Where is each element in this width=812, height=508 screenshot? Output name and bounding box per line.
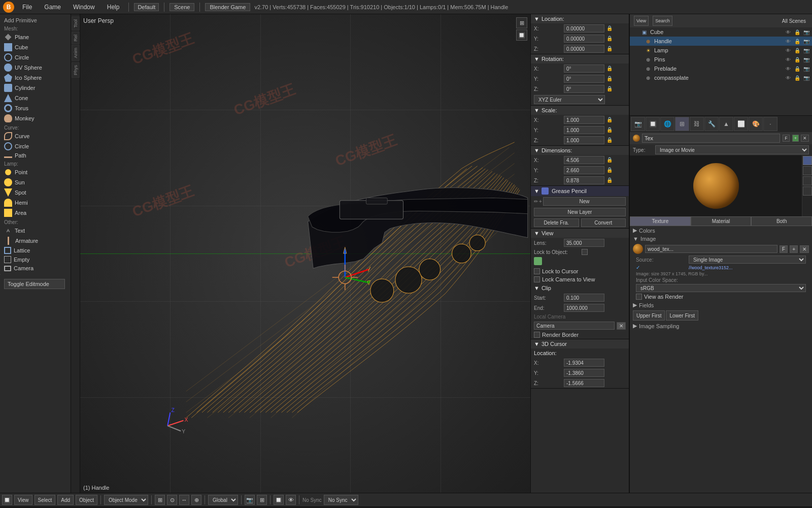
- toggle-editmode-button[interactable]: Toggle Editmode: [4, 279, 65, 289]
- compass-eye[interactable]: 👁: [785, 74, 792, 81]
- mesh-cone[interactable]: Cone: [0, 93, 71, 103]
- view-header[interactable]: ▼ View: [531, 229, 629, 238]
- tex-name-field[interactable]: [645, 245, 777, 253]
- other-empty[interactable]: Empty: [0, 255, 71, 264]
- lamp-render[interactable]: 📷: [803, 47, 810, 54]
- pins-render[interactable]: 📷: [803, 56, 810, 63]
- rotation-header[interactable]: ▼ Rotation:: [531, 54, 629, 64]
- handle-render[interactable]: 📷: [803, 38, 810, 45]
- fields-header[interactable]: ▶ Fields: [630, 301, 812, 309]
- new-button[interactable]: New: [543, 197, 626, 206]
- vp-icon-1[interactable]: ⊞: [516, 17, 527, 28]
- scene-selector[interactable]: Scene: [170, 3, 194, 11]
- engine-selector[interactable]: Blender Game: [205, 3, 250, 11]
- dim-x-input[interactable]: [564, 156, 604, 164]
- sidebar-tab-tool[interactable]: Tool: [72, 17, 80, 30]
- mesh-cube[interactable]: Cube: [0, 42, 71, 52]
- tex-plus-btn[interactable]: +: [790, 245, 798, 253]
- curve-circle[interactable]: Circle: [0, 141, 71, 151]
- pins-lock[interactable]: 🔒: [794, 56, 801, 63]
- rot-x-lock[interactable]: 🔒: [606, 66, 613, 72]
- preview-type-3[interactable]: [803, 176, 812, 185]
- compass-lock[interactable]: 🔒: [794, 74, 801, 81]
- mesh-circle[interactable]: Circle: [0, 52, 71, 62]
- menu-file[interactable]: File: [18, 3, 36, 12]
- preview-type-1[interactable]: [803, 156, 812, 165]
- clip-end-input[interactable]: [564, 304, 604, 312]
- sidebar-tab-animation[interactable]: Anim: [72, 45, 80, 61]
- preblade-render[interactable]: 📷: [803, 65, 810, 72]
- mesh-cylinder[interactable]: Cylinder: [0, 83, 71, 93]
- loc-x-lock[interactable]: 🔒: [606, 25, 613, 31]
- outliner-view-btn[interactable]: View: [634, 16, 649, 26]
- tb-view2-icon[interactable]: 👁: [286, 495, 296, 505]
- color-space-select[interactable]: sRGB: [636, 284, 806, 292]
- rot-z-lock[interactable]: 🔒: [606, 86, 613, 92]
- sidebar-tab-physics[interactable]: Phys: [72, 62, 80, 78]
- outliner-item-cube[interactable]: ▣ Cube 👁 🔒 📷: [630, 27, 812, 37]
- sidebar-tab-relations[interactable]: Rel: [72, 32, 80, 44]
- lamp-eye[interactable]: 👁: [785, 47, 792, 54]
- mesh-plane[interactable]: Plane: [0, 32, 71, 42]
- scale-x-input[interactable]: [564, 116, 604, 124]
- rot-y-input[interactable]: [564, 75, 604, 83]
- colors-header[interactable]: ▶ Colors: [630, 226, 812, 235]
- tb-pivot-icon[interactable]: ⊙: [167, 495, 177, 505]
- prop-tab-material[interactable]: ⬜: [734, 117, 748, 131]
- outliner-item-compassplate[interactable]: ⊕ compassplate 👁 🔒 📷: [630, 73, 812, 82]
- prop-tab-modifier[interactable]: 🔧: [704, 117, 719, 131]
- camera-close[interactable]: ✕: [617, 322, 626, 330]
- dim-x-lock[interactable]: 🔒: [606, 157, 613, 163]
- mat-tab-material[interactable]: Material: [691, 216, 752, 226]
- rot-order-select[interactable]: XYZ Euler: [534, 95, 605, 104]
- tb-select-btn[interactable]: Select: [35, 495, 56, 505]
- dimensions-header[interactable]: ▼ Dimensions:: [531, 146, 629, 155]
- mesh-torus[interactable]: Torus: [0, 103, 71, 113]
- mat-tab-both[interactable]: Both: [751, 216, 812, 226]
- loc-z-input[interactable]: [564, 45, 604, 53]
- lamp-hemi[interactable]: Hemi: [0, 198, 71, 208]
- pins-eye[interactable]: 👁: [785, 56, 792, 63]
- prop-tab-particles[interactable]: ·: [763, 117, 777, 131]
- prop-tab-constraint[interactable]: ⛓: [690, 117, 704, 131]
- cursor-header[interactable]: ▼ 3D Cursor: [531, 339, 629, 348]
- mat-type-select[interactable]: Image or Movie: [655, 145, 809, 154]
- tb-render-icon[interactable]: 🔲: [274, 495, 284, 505]
- rot-x-input[interactable]: [564, 65, 604, 73]
- vp-icon-2[interactable]: 🔲: [516, 29, 527, 41]
- mat-close-btn[interactable]: ✕: [801, 135, 809, 142]
- other-text[interactable]: A Text: [0, 226, 71, 236]
- tb-add-btn[interactable]: Add: [57, 495, 74, 505]
- scale-z-lock[interactable]: 🔒: [606, 137, 613, 143]
- grease-pencil-header[interactable]: ▼ Grease Pencil: [531, 186, 629, 196]
- scale-y-lock[interactable]: 🔒: [606, 127, 613, 133]
- camera-input[interactable]: [534, 322, 615, 330]
- dim-z-lock[interactable]: 🔒: [606, 177, 613, 183]
- prop-tab-world[interactable]: 🌐: [660, 117, 674, 131]
- loc-y-lock[interactable]: 🔒: [606, 36, 613, 42]
- tb-layers-icon[interactable]: ⊞: [257, 495, 267, 505]
- dim-y-lock[interactable]: 🔒: [606, 167, 613, 173]
- prop-tab-data[interactable]: ▲: [719, 117, 733, 131]
- preblade-lock[interactable]: 🔒: [794, 65, 801, 72]
- location-header[interactable]: ▼ Location:: [531, 14, 629, 23]
- other-armature[interactable]: Armature: [0, 236, 71, 246]
- upper-first-btn[interactable]: Upper First: [633, 310, 665, 321]
- tb-view-btn[interactable]: View: [14, 495, 32, 505]
- lock-to-object-cb[interactable]: [582, 249, 588, 255]
- cursor-x-input[interactable]: [564, 359, 604, 367]
- mat-tab-texture[interactable]: Texture: [630, 216, 691, 226]
- lower-first-btn[interactable]: Lower First: [666, 310, 698, 321]
- mat-plus-btn[interactable]: +: [792, 135, 799, 142]
- view-as-render-cb[interactable]: [636, 294, 642, 300]
- cube-eye[interactable]: 👁: [785, 28, 792, 36]
- loc-x-input[interactable]: [564, 24, 604, 33]
- viewport[interactable]: User Persp CG模型王 CG模型王 CG模型王: [80, 14, 530, 493]
- preview-type-2[interactable]: [803, 166, 812, 175]
- prop-tab-scene[interactable]: 🔲: [646, 117, 660, 131]
- lamp-sun[interactable]: Sun: [0, 177, 71, 187]
- outliner-item-preblade[interactable]: ⊕ Preblade 👁 🔒 📷: [630, 64, 812, 73]
- handle-eye[interactable]: 👁: [785, 38, 792, 45]
- tb-manip2-icon[interactable]: ⊕: [191, 495, 201, 505]
- outliner-item-pins[interactable]: ⊕ Pins 👁 🔒 📷: [630, 55, 812, 64]
